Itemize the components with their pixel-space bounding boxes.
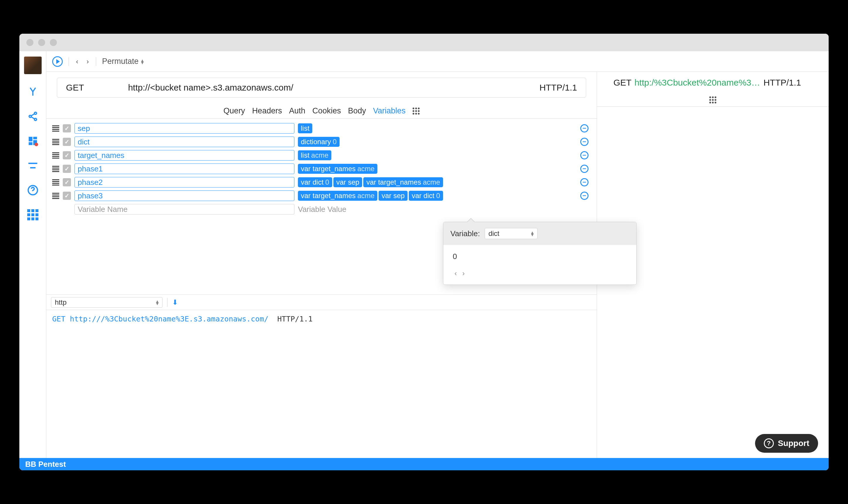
- run-button[interactable]: [52, 56, 63, 67]
- enable-checkbox[interactable]: [63, 165, 71, 173]
- traffic-light-close[interactable]: [26, 39, 33, 46]
- download-icon[interactable]: ⬇︎: [172, 298, 178, 306]
- popover-value: 0: [443, 245, 636, 269]
- toolbar: ‹ › Permutate ▴▾: [46, 51, 829, 72]
- share-icon[interactable]: [26, 109, 40, 123]
- variable-value[interactable]: list acme: [298, 150, 577, 160]
- http-url: http://<bucket name>.s3.amazonaws.com/: [128, 83, 294, 93]
- scheme-value: http: [55, 298, 67, 306]
- raw-toolbar: http ▴▾ ⬇︎: [46, 295, 597, 310]
- popover-next[interactable]: ›: [461, 269, 466, 277]
- svg-rect-5: [29, 142, 32, 145]
- support-label: Support: [778, 439, 809, 448]
- request-tabs: Query Headers Auth Cookies Body Variable…: [46, 104, 597, 119]
- variable-value[interactable]: var target_names acmevar sep var dict 0: [298, 191, 577, 201]
- variable-row: seplist −: [52, 122, 588, 134]
- remove-button[interactable]: −: [580, 178, 588, 186]
- preview-request-line: GET http:/%3Cbucket%20name%3E… HTTP/1.1: [607, 78, 818, 88]
- drag-handle-icon[interactable]: [52, 139, 59, 145]
- updown-icon: ▴▾: [141, 59, 144, 64]
- enable-checkbox[interactable]: [63, 151, 71, 159]
- tab-body[interactable]: Body: [348, 106, 366, 115]
- variable-row: dictdictionary 0−: [52, 136, 588, 148]
- variable-row: phase2var dict 0var sep var target_names…: [52, 176, 588, 188]
- popover-prev[interactable]: ‹: [453, 269, 459, 277]
- titlebar: [19, 34, 829, 51]
- variable-value[interactable]: var target_names acme: [298, 164, 577, 174]
- variable-name-input[interactable]: phase3: [74, 191, 295, 201]
- variable-name-input[interactable]: Variable Name: [74, 204, 295, 215]
- tab-query[interactable]: Query: [224, 106, 245, 115]
- enable-checkbox[interactable]: [63, 138, 71, 146]
- tab-headers[interactable]: Headers: [252, 106, 282, 115]
- remove-button[interactable]: −: [580, 151, 588, 159]
- variable-row: target_nameslist acme−: [52, 149, 588, 161]
- tab-cookies[interactable]: Cookies: [312, 106, 341, 115]
- variable-value[interactable]: list: [298, 123, 577, 133]
- drag-handle-icon[interactable]: [52, 193, 59, 199]
- updown-icon: ▴▾: [531, 231, 534, 236]
- drag-handle-icon[interactable]: [52, 152, 59, 159]
- svg-rect-4: [33, 137, 37, 140]
- preview-method: GET: [614, 78, 632, 88]
- variable-value[interactable]: dictionary 0: [298, 137, 577, 147]
- question-icon: ?: [764, 438, 774, 448]
- scheme-select[interactable]: http ▴▾: [51, 297, 162, 308]
- more-tabs-icon[interactable]: [412, 108, 420, 114]
- popover-selected: dict: [489, 230, 499, 238]
- remove-button[interactable]: −: [580, 124, 588, 132]
- more-preview-icon[interactable]: [709, 96, 716, 104]
- drag-handle-icon[interactable]: [52, 179, 59, 185]
- variable-name-input[interactable]: dict: [74, 137, 295, 147]
- variable-name-input[interactable]: sep: [74, 123, 295, 133]
- help-icon[interactable]: [26, 183, 40, 197]
- popover-label: Variable:: [450, 229, 480, 238]
- remove-button[interactable]: −: [580, 165, 588, 173]
- popover-select[interactable]: dict ▴▾: [485, 228, 537, 239]
- enable-checkbox[interactable]: [63, 192, 71, 200]
- enable-checkbox[interactable]: [63, 124, 71, 132]
- app-window: ‹ › Permutate ▴▾ GET http://<bucket name…: [19, 34, 829, 470]
- svg-rect-3: [29, 137, 32, 142]
- tab-variables[interactable]: Variables: [373, 106, 406, 115]
- filter-icon[interactable]: [26, 159, 40, 173]
- merge-icon[interactable]: [26, 85, 40, 99]
- preview-url: http:/%3Cbucket%20name%3E…: [632, 78, 763, 88]
- variable-value-placeholder[interactable]: Variable Value: [298, 205, 346, 214]
- support-button[interactable]: ? Support: [755, 434, 818, 453]
- mode-label: Permutate: [102, 57, 139, 66]
- variable-name-input[interactable]: target_names: [74, 150, 295, 161]
- http-method: GET: [66, 83, 84, 93]
- traffic-light-max[interactable]: [50, 39, 57, 46]
- nav-back[interactable]: ‹: [75, 57, 80, 66]
- remove-button[interactable]: −: [580, 138, 588, 146]
- http-protocol: HTTP/1.1: [540, 83, 577, 93]
- nav-fwd[interactable]: ›: [85, 57, 90, 66]
- updown-icon: ▴▾: [156, 300, 159, 305]
- avatar[interactable]: [24, 57, 42, 74]
- variable-popover: Variable: dict ▴▾ 0 ‹ ›: [443, 222, 637, 285]
- variable-value[interactable]: var dict 0var sep var target_names acme: [298, 177, 577, 187]
- enable-checkbox[interactable]: [63, 178, 71, 186]
- variable-list: seplist −dictdictionary 0−target_namesli…: [46, 119, 597, 215]
- project-name: BB Pentest: [25, 460, 66, 469]
- drag-handle-icon[interactable]: [52, 125, 59, 131]
- status-bar: BB Pentest: [19, 458, 829, 470]
- apps-icon[interactable]: [26, 208, 40, 222]
- raw-output: GET http:///%3Cbucket%20name%3E.s3.amazo…: [46, 310, 597, 328]
- preview-protocol: HTTP/1.1: [763, 78, 801, 88]
- variable-name-input[interactable]: phase2: [74, 177, 295, 187]
- mode-select[interactable]: Permutate ▴▾: [102, 57, 144, 66]
- preview-tabs: [597, 93, 829, 107]
- variable-row-new: Variable NameVariable Value: [52, 203, 588, 215]
- variable-name-input[interactable]: phase1: [74, 163, 295, 174]
- drag-handle-icon[interactable]: [52, 166, 59, 172]
- variable-row: phase1var target_names acme−: [52, 163, 588, 175]
- dashboard-icon[interactable]: [26, 134, 40, 148]
- sidebar: [19, 51, 46, 458]
- traffic-light-min[interactable]: [38, 39, 45, 46]
- request-line[interactable]: GET http://<bucket name>.s3.amazonaws.co…: [57, 78, 586, 97]
- variable-row: phase3var target_names acmevar sep var d…: [52, 190, 588, 202]
- tab-auth[interactable]: Auth: [289, 106, 305, 115]
- remove-button[interactable]: −: [580, 192, 588, 200]
